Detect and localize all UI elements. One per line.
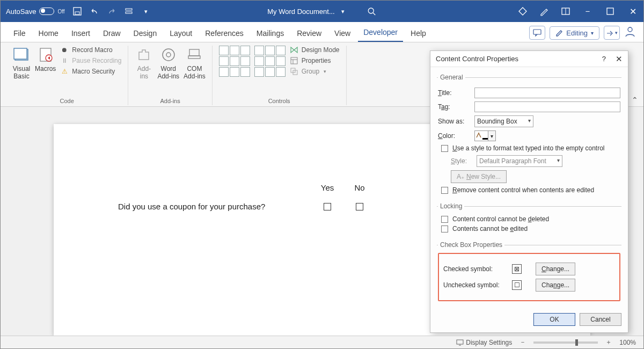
tab-insert[interactable]: Insert — [66, 25, 96, 42]
qat-more-icon[interactable] — [124, 6, 134, 16]
show-as-select[interactable]: Bounding Box — [474, 115, 533, 127]
tab-home[interactable]: Home — [33, 25, 64, 42]
minimize-button[interactable]: － — [582, 6, 593, 17]
change-unchecked-button[interactable]: Change... — [536, 279, 575, 292]
tab-mailings[interactable]: Mailings — [251, 25, 289, 42]
svg-rect-10 — [14, 48, 27, 59]
record-icon: ⏺ — [60, 46, 69, 54]
checked-symbol-label: Checked symbol: — [443, 265, 508, 273]
svg-rect-1 — [75, 12, 79, 14]
svg-rect-7 — [533, 30, 541, 34]
use-style-checkbox[interactable] — [441, 145, 448, 152]
editing-mode-button[interactable]: Editing ▾ — [550, 26, 599, 40]
help-icon[interactable]: ? — [602, 55, 606, 63]
remove-control-checkbox[interactable] — [441, 187, 448, 194]
color-swatch[interactable] — [474, 130, 488, 141]
record-macro-button[interactable]: ⏺Record Macro — [60, 46, 121, 54]
editing-label: Editing — [566, 29, 588, 37]
title-input[interactable] — [474, 88, 620, 98]
tab-developer[interactable]: Developer — [358, 24, 403, 42]
com-addins-label: COM Add-ins — [184, 65, 206, 80]
qat-dropdown-icon[interactable]: ▾ — [141, 6, 151, 16]
record-macro-label: Record Macro — [72, 46, 112, 54]
macro-security-button[interactable]: ⚠Macro Security — [60, 67, 121, 76]
window-snap-icon[interactable] — [561, 6, 570, 16]
new-style-button: A₊New Style... — [451, 170, 507, 183]
tab-file[interactable]: File — [8, 25, 31, 42]
tab-view[interactable]: View — [329, 25, 356, 42]
tab-review[interactable]: Review — [291, 25, 327, 42]
change-checked-button[interactable]: Change... — [536, 263, 575, 275]
tab-help[interactable]: Help — [405, 25, 431, 42]
cannot-delete-checkbox[interactable] — [441, 216, 448, 223]
dialog-body: General Title: Tag: Show as:Bounding Box… — [430, 67, 628, 309]
account-icon[interactable] — [624, 26, 636, 40]
visual-basic-button[interactable]: Visual Basic — [12, 46, 31, 80]
general-section: General Title: Tag: Show as:Bounding Box… — [437, 74, 621, 199]
tab-design[interactable]: Design — [128, 25, 163, 42]
svg-point-4 — [369, 8, 374, 13]
macro-security-label: Macro Security — [72, 68, 115, 75]
dialog-titlebar[interactable]: Content Control Properties ? ✕ — [430, 51, 628, 67]
com-addins-icon — [185, 46, 203, 64]
macros-button[interactable]: Macros — [35, 46, 56, 72]
controls-gallery-1[interactable] — [219, 46, 250, 77]
remove-control-label: Remove content control when contents are… — [452, 186, 594, 194]
cancel-button[interactable]: Cancel — [580, 313, 621, 326]
svg-point-8 — [628, 27, 632, 32]
dialog-close-icon[interactable]: ✕ — [616, 54, 623, 64]
cannot-edit-checkbox[interactable] — [441, 226, 448, 232]
document-title-area: My Word Document... ▾ — [267, 6, 376, 16]
save-icon[interactable] — [72, 6, 82, 16]
ribbon-tabs: File Home Insert Draw Design Layout Refe… — [1, 22, 643, 42]
ribbon-group-code: Visual Basic Macros ⏺Record Macro ⏸Pause… — [6, 46, 128, 105]
checkbox-legend: Check Box Properties — [438, 241, 504, 249]
checkbox-yes[interactable] — [324, 203, 331, 210]
properties-button[interactable]: Properties — [290, 56, 340, 65]
general-legend: General — [438, 74, 465, 81]
tab-references[interactable]: References — [200, 25, 249, 42]
dialog-title: Content Control Properties — [436, 55, 518, 63]
checkbox-no[interactable] — [356, 203, 363, 210]
group-button[interactable]: Group▾ — [290, 67, 340, 76]
color-dropdown-icon[interactable]: ▾ — [488, 130, 496, 141]
close-button[interactable]: ✕ — [627, 6, 638, 17]
zoom-slider[interactable] — [533, 341, 598, 344]
toggle-off-icon[interactable] — [39, 8, 54, 15]
display-settings-button[interactable]: Display Settings — [456, 339, 512, 346]
com-addins-button[interactable]: COM Add-ins — [184, 46, 206, 80]
design-mode-icon — [290, 46, 298, 54]
diamond-icon[interactable] — [518, 6, 528, 16]
svg-point-13 — [163, 49, 174, 61]
search-icon[interactable] — [367, 6, 377, 16]
tab-draw[interactable]: Draw — [98, 25, 126, 42]
redo-icon[interactable] — [107, 6, 116, 16]
cannot-edit-label: Contents cannot be edited — [452, 225, 528, 232]
zoom-out-button[interactable]: － — [519, 338, 526, 347]
autosave-state: Off — [57, 9, 64, 14]
zoom-level[interactable]: 100% — [619, 339, 636, 346]
controls-gallery-2[interactable] — [254, 46, 286, 77]
undo-icon[interactable] — [90, 6, 99, 16]
tab-layout[interactable]: Layout — [164, 25, 197, 42]
share-button[interactable]: ▾ — [604, 26, 620, 40]
autosave-toggle[interactable]: AutoSave Off — [6, 8, 65, 16]
svg-rect-16 — [188, 56, 200, 59]
design-mode-button[interactable]: Design Mode — [290, 46, 340, 54]
color-label: Color: — [438, 132, 470, 140]
pen-icon[interactable] — [539, 6, 549, 16]
autosave-label: AutoSave — [6, 8, 36, 16]
pause-recording-label: Pause Recording — [72, 57, 121, 64]
ok-button[interactable]: OK — [533, 313, 575, 326]
zoom-in-button[interactable]: ＋ — [605, 338, 612, 347]
comments-button[interactable] — [529, 26, 545, 40]
addins-button[interactable]: Add- ins — [135, 46, 153, 80]
addins-group-label: Add-ins — [160, 97, 180, 105]
word-addins-button[interactable]: Word Add-ins — [157, 46, 179, 80]
title-dropdown-icon[interactable]: ▾ — [341, 8, 345, 15]
ribbon-collapse-icon[interactable]: ⌃ — [632, 96, 638, 104]
tag-input[interactable] — [474, 101, 620, 112]
unchecked-symbol-preview: ☐ — [512, 280, 522, 290]
maximize-button[interactable] — [605, 6, 616, 17]
document-title[interactable]: My Word Document... — [267, 8, 334, 16]
